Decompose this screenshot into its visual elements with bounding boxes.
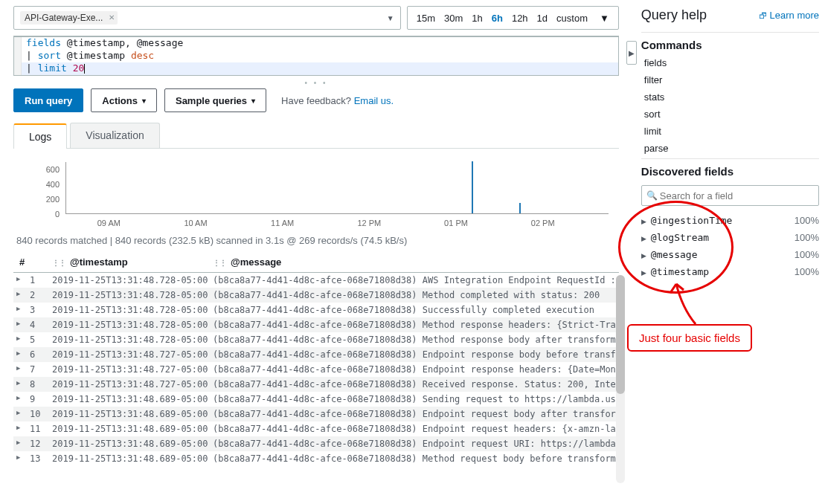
expand-row-icon[interactable]: ▶ [16,453,24,464]
table-row[interactable]: ▶72019-11-25T13:31:48.727-05:00(b8ca8a77… [13,362,619,377]
query-help-title: Query help [641,7,707,23]
chevron-down-icon: ▾ [251,97,255,105]
scan-stats: 840 records matched | 840 records (232.5… [13,232,619,252]
table-row[interactable]: ▶12019-11-25T13:31:48.728-05:00(b8ca8a77… [13,273,619,288]
expand-row-icon[interactable]: ▶ [16,349,24,360]
command-item[interactable]: fields [641,54,819,71]
time-15m[interactable]: 15m [412,13,440,24]
x-axis-tick: 02 PM [531,219,555,227]
table-row[interactable]: ▶112019-11-25T13:31:48.689-05:00(b8ca8a7… [13,421,619,436]
expand-row-icon[interactable]: ▶ [16,364,24,375]
expand-row-icon[interactable]: ▶ [16,439,24,449]
time-1h[interactable]: 1h [467,13,487,24]
table-row[interactable]: ▶102019-11-25T13:31:48.689-05:00(b8ca8a7… [13,407,619,421]
discovered-fields-heading: Discovered fields [641,158,819,181]
remove-log-group-icon[interactable]: ✕ [109,13,115,22]
vertical-scrollbar[interactable] [616,275,625,483]
table-row[interactable]: ▶122019-11-25T13:31:48.689-05:00(b8ca8a7… [13,436,619,451]
col-message[interactable]: @message [231,256,281,268]
y-axis-tick: 200 [39,195,60,204]
time-range-picker[interactable]: 15m 30m 1h 6h 12h 1d custom ▼ [407,6,619,30]
x-axis-tick: 09 AM [97,219,121,227]
expand-row-icon[interactable]: ▶ [16,409,24,419]
col-timestamp[interactable]: @timestamp [70,256,128,268]
query-editor[interactable]: fields @timestamp, @message | sort @time… [13,36,619,76]
x-axis-tick: 12 PM [357,219,381,227]
email-us-link[interactable]: Email us. [354,95,394,106]
y-axis-tick: 400 [39,180,60,189]
table-row[interactable]: ▶22019-11-25T13:31:48.728-05:00(b8ca8a77… [13,288,619,303]
commands-heading: Commands [641,32,819,54]
result-tabs: Logs Visualization [13,123,619,149]
table-row[interactable]: ▶62019-11-25T13:31:48.727-05:00(b8ca8a77… [13,347,619,362]
table-row[interactable]: ▶92019-11-25T13:31:48.689-05:00(b8ca8a77… [13,392,619,407]
chart-bar [472,161,473,213]
expand-row-icon[interactable]: ▶ [16,335,24,345]
command-item[interactable]: parse [641,140,819,157]
expand-icon: ▶ [641,252,646,259]
chart-bar [519,203,521,213]
chevron-down-icon: ▾ [142,97,146,105]
expand-row-icon[interactable]: ▶ [16,275,24,285]
time-custom[interactable]: custom [552,13,592,24]
time-1d[interactable]: 1d [533,13,552,24]
discovered-field[interactable]: ▶@message100% [641,246,819,263]
log-group-dropdown[interactable]: API-Gateway-Exe... ✕ ▼ [13,6,401,30]
command-item[interactable]: limit [641,123,819,140]
field-search-input[interactable] [641,185,819,206]
collapse-panel-toggle[interactable]: ▶ [626,41,637,65]
expand-row-icon[interactable]: ▶ [16,320,24,330]
time-12h[interactable]: 12h [507,13,533,24]
external-link-icon: 🗗 [759,11,767,20]
actions-button[interactable]: Actions▾ [91,88,157,112]
chevron-down-icon: ▼ [387,14,394,22]
discovered-field[interactable]: ▶@timestamp100% [641,263,819,280]
results-table: # ⋮⋮@timestamp ⋮⋮@message ▶12019-11-25T1… [13,252,619,466]
table-row[interactable]: ▶132019-11-25T13:31:48.689-05:00(b8ca8a7… [13,451,619,466]
x-axis-tick: 10 AM [184,219,207,227]
table-row[interactable]: ▶82019-11-25T13:31:48.727-05:00(b8ca8a77… [13,377,619,392]
expand-row-icon[interactable]: ▶ [16,290,24,300]
expand-icon: ▶ [641,269,646,277]
expand-icon: ▶ [641,235,646,242]
sample-queries-button[interactable]: Sample queries▾ [164,88,266,112]
y-axis-tick: 0 [39,210,60,219]
tab-visualization[interactable]: Visualization [70,123,159,148]
log-group-label: API-Gateway-Exe... [25,13,103,23]
time-30m[interactable]: 30m [440,13,467,24]
histogram-chart: 020040060009 AM10 AM11 AM12 PM01 PM02 PM [13,158,619,232]
y-axis-tick: 600 [39,165,60,174]
tab-logs[interactable]: Logs [13,123,67,149]
table-row[interactable]: ▶52019-11-25T13:31:48.728-05:00(b8ca8a77… [13,332,619,347]
x-axis-tick: 01 PM [444,219,468,227]
table-row[interactable]: ▶42019-11-25T13:31:48.728-05:00(b8ca8a77… [13,317,619,332]
drag-handle-icon[interactable]: ⋮⋮ [213,259,226,267]
expand-row-icon[interactable]: ▶ [16,424,24,434]
annotation-text: Just four basic fields [627,324,752,352]
command-item[interactable]: filter [641,71,819,88]
learn-more-link[interactable]: 🗗Learn more [759,10,819,21]
command-item[interactable]: stats [641,88,819,106]
feedback-text: Have feedback? Email us. [281,95,394,106]
log-group-pill[interactable]: API-Gateway-Exe... ✕ [20,11,118,25]
command-item[interactable]: sort [641,106,819,123]
drag-handle-icon[interactable]: ⋮⋮ [52,259,65,267]
expand-icon: ▶ [641,218,646,225]
run-query-button[interactable]: Run query [13,88,83,112]
time-6h[interactable]: 6h [487,13,507,24]
expand-row-icon[interactable]: ▶ [16,305,24,315]
x-axis-tick: 11 AM [271,219,294,227]
expand-row-icon[interactable]: ▶ [16,379,24,390]
table-row[interactable]: ▶32019-11-25T13:31:48.728-05:00(b8ca8a77… [13,303,619,317]
discovered-field[interactable]: ▶@logStream100% [641,229,819,246]
resize-handle-icon[interactable]: • • • [13,76,619,88]
expand-row-icon[interactable]: ▶ [16,394,24,404]
discovered-field[interactable]: ▶@ingestionTime100% [641,212,819,229]
chevron-down-icon: ▼ [595,13,614,24]
col-rownum: # [16,256,52,268]
